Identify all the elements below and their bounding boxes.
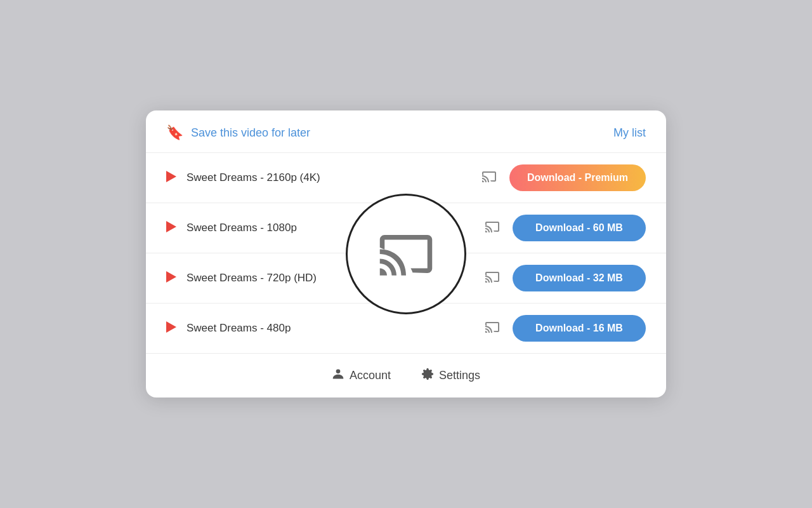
card-header: 🔖 Save this video for later My list (146, 110, 666, 153)
svg-marker-0 (166, 171, 176, 182)
download-button-3[interactable]: Download - 16 MB (513, 315, 646, 342)
svg-point-4 (336, 370, 341, 374)
settings-button[interactable]: Settings (421, 368, 480, 384)
download-button-2[interactable]: Download - 32 MB (513, 265, 646, 291)
cast-overlay (346, 194, 466, 314)
download-button-1[interactable]: Download - 60 MB (513, 215, 646, 241)
header-left: 🔖 Save this video for later (166, 124, 310, 141)
cast-icon[interactable] (485, 269, 500, 287)
account-icon (332, 368, 344, 384)
play-icon (166, 221, 187, 235)
play-icon (166, 271, 187, 285)
svg-marker-1 (166, 221, 176, 232)
cast-large-icon (377, 225, 435, 283)
video-title: Sweet Dreams - 480p (187, 322, 485, 335)
my-list-link[interactable]: My list (613, 126, 646, 140)
svg-marker-3 (166, 321, 176, 333)
save-later-link[interactable]: Save this video for later (191, 126, 310, 140)
play-icon (166, 171, 187, 185)
cast-icon[interactable] (485, 219, 500, 237)
svg-marker-2 (166, 271, 176, 283)
video-title: Sweet Dreams - 2160p (4K) (187, 171, 481, 184)
download-button-0[interactable]: Download - Premium (509, 164, 646, 191)
main-card: 🔖 Save this video for later My list Swee… (146, 110, 666, 398)
card-footer: Account Settings (146, 354, 666, 398)
account-label: Account (350, 369, 391, 382)
cast-icon[interactable] (485, 319, 500, 337)
cast-icon[interactable] (481, 169, 497, 187)
settings-icon (421, 368, 434, 384)
account-button[interactable]: Account (332, 368, 391, 384)
play-icon (166, 321, 187, 335)
bookmark-icon: 🔖 (166, 124, 183, 141)
settings-label: Settings (439, 369, 480, 382)
